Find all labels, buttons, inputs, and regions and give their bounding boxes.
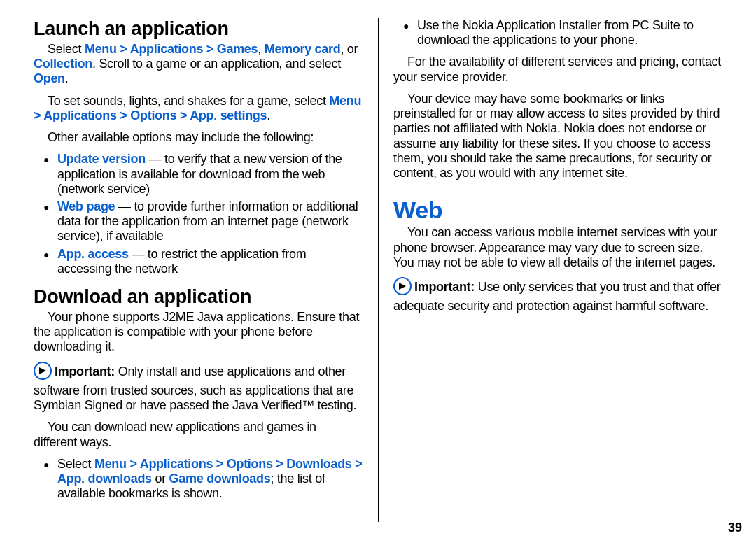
two-column-layout: Launch an application Select Menu > Appl…	[34, 18, 722, 522]
launch-options-list: Update version — to verify that a new ve…	[34, 152, 363, 276]
launch-p1: Select Menu > Applications > Games, Memo…	[34, 42, 363, 87]
important-note: Important: Only install and use applicat…	[34, 362, 363, 413]
launch-p2: To set sounds, lights, and shakes for a …	[34, 94, 363, 123]
list-item: Update version — to verify that a new ve…	[34, 152, 363, 197]
important-note-web: Important: Use only services that you tr…	[393, 277, 722, 313]
heading-download: Download an application	[34, 286, 363, 309]
download-p4: Your device may have some bookmarks or l…	[393, 92, 722, 181]
download-p2: You can download new applications and ga…	[34, 420, 363, 449]
list-item: Use the Nokia Application Installer from…	[393, 18, 722, 48]
list-item: Select Menu > Applications > Options > D…	[34, 457, 363, 502]
download-p1: Your phone supports J2ME Java applicatio…	[34, 310, 363, 355]
heading-launch: Launch an application	[34, 18, 363, 41]
page-number: 39	[728, 521, 742, 535]
list-item: Web page — to provide further informatio…	[34, 199, 363, 244]
important-icon	[393, 277, 412, 299]
launch-p3: Other available options may include the …	[34, 130, 363, 145]
heading-web: Web	[393, 196, 722, 224]
menu-path: Menu > Applications > Games	[85, 42, 258, 56]
download-p3: For the availability of different servic…	[393, 55, 722, 84]
web-p1: You can access various mobile internet s…	[393, 225, 722, 270]
important-icon	[34, 362, 52, 383]
manual-page: Launch an application Select Menu > Appl…	[0, 0, 756, 545]
list-item: App. access — to restrict the applicatio…	[34, 247, 363, 276]
